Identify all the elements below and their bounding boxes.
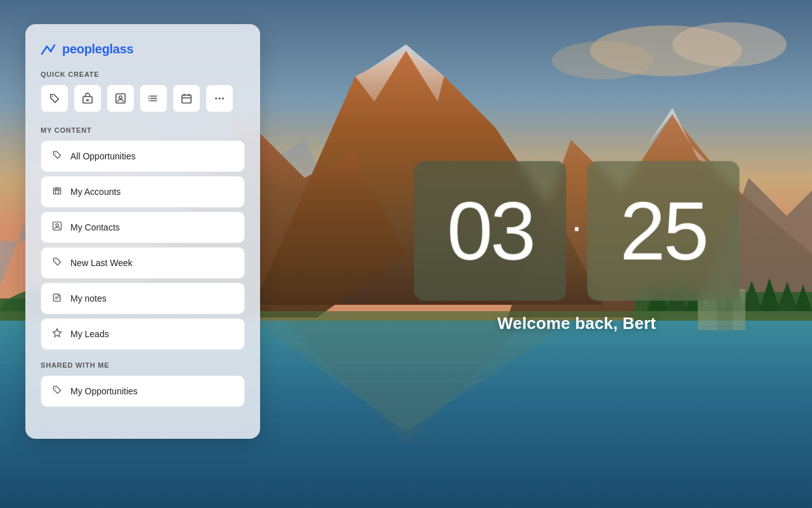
item-my-opportunities[interactable]: My Opportunities — [41, 375, 245, 407]
clock-minutes-block: 25 — [587, 161, 739, 301]
svg-point-68 — [215, 97, 217, 99]
svg-line-51 — [51, 45, 55, 51]
clock-minutes: 25 — [620, 190, 707, 272]
clock-area: 03 · 25 Welcome back, Bert — [414, 161, 740, 333]
svg-rect-73 — [56, 188, 58, 190]
svg-point-71 — [55, 152, 56, 154]
quick-create-contact[interactable] — [107, 84, 134, 112]
svg-line-49 — [42, 46, 47, 54]
quick-create-account[interactable] — [74, 84, 102, 112]
star-icon — [51, 328, 63, 340]
contact-icon — [51, 221, 63, 234]
main-panel: peopleglass QUICK CREATE — [25, 24, 260, 439]
svg-point-70 — [222, 97, 224, 99]
item-my-accounts[interactable]: My Accounts — [41, 176, 245, 208]
svg-point-57 — [119, 96, 122, 99]
quick-create-list[interactable] — [140, 84, 167, 112]
shared-with-me-list: My Opportunities — [41, 375, 245, 407]
logo-text-content: peopleglass — [62, 42, 133, 56]
svg-point-76 — [55, 259, 56, 260]
clock-separator: · — [572, 204, 582, 248]
tag-icon-3 — [51, 385, 63, 398]
item-new-last-week-label: New Last Week — [70, 258, 133, 268]
item-my-leads-label: My Leads — [70, 329, 109, 339]
item-new-last-week[interactable]: New Last Week — [41, 247, 245, 279]
shared-with-me-label: SHARED WITH ME — [41, 361, 245, 369]
tag-icon-2 — [51, 257, 63, 269]
svg-point-80 — [55, 387, 56, 389]
tag-icon — [51, 150, 63, 163]
logo-icon — [41, 43, 58, 57]
item-my-contacts-label: My Contacts — [70, 222, 120, 232]
item-my-contacts[interactable]: My Contacts — [41, 211, 245, 243]
clock-hours-block: 03 — [414, 161, 566, 301]
svg-point-47 — [672, 22, 787, 67]
svg-marker-79 — [53, 329, 62, 337]
svg-point-52 — [52, 96, 53, 97]
item-my-leads[interactable]: My Leads — [41, 318, 245, 350]
svg-point-69 — [218, 97, 220, 99]
svg-point-61 — [148, 96, 150, 97]
building-icon — [51, 185, 63, 198]
item-my-notes[interactable]: My notes — [41, 283, 245, 314]
svg-point-62 — [148, 98, 150, 99]
svg-point-63 — [148, 100, 150, 102]
logo-area: peopleglass — [41, 42, 245, 57]
welcome-message: Welcome back, Bert — [497, 314, 656, 333]
quick-create-row — [41, 84, 245, 112]
item-my-opportunities-label: My Opportunities — [70, 386, 138, 396]
quick-create-calendar[interactable] — [173, 84, 200, 112]
svg-rect-72 — [53, 188, 60, 194]
item-all-opportunities[interactable]: All Opportunities — [41, 140, 245, 172]
svg-point-75 — [56, 224, 58, 226]
quick-create-more[interactable] — [206, 84, 233, 112]
clock-display: 03 · 25 — [414, 161, 740, 301]
clock-hours: 03 — [447, 190, 534, 272]
svg-rect-64 — [182, 95, 191, 104]
quick-create-tag[interactable] — [41, 84, 69, 112]
logo-text: peopleglass — [62, 42, 133, 57]
svg-point-48 — [552, 41, 653, 79]
my-content-label: MY CONTENT — [41, 126, 245, 134]
quick-create-label: QUICK CREATE — [41, 70, 245, 78]
item-my-accounts-label: My Accounts — [70, 187, 121, 197]
svg-line-50 — [47, 46, 51, 51]
my-content-list: All Opportunities My Accounts — [41, 140, 245, 350]
note-icon — [51, 292, 63, 305]
item-my-notes-label: My notes — [70, 293, 107, 304]
item-all-opportunities-label: All Opportunities — [70, 151, 136, 161]
